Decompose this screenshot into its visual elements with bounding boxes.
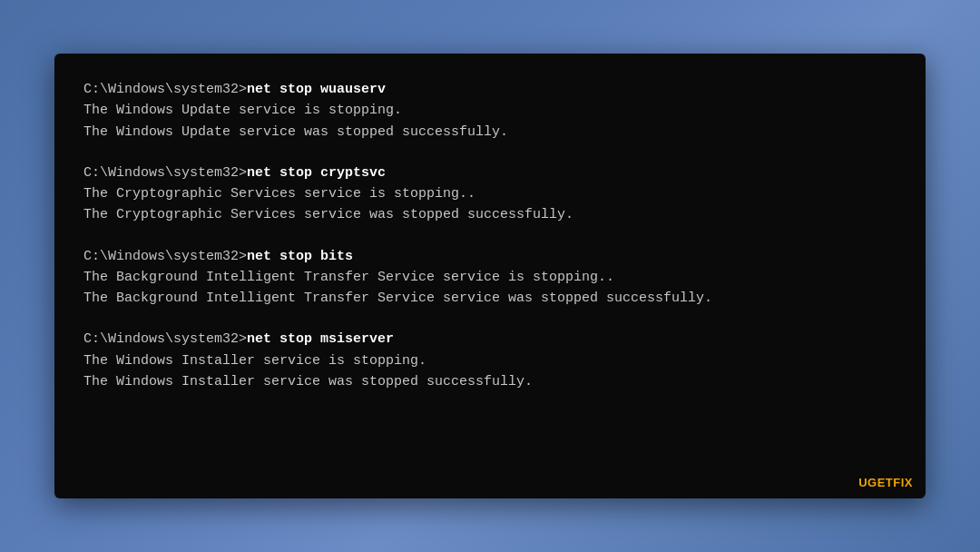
output-line-4-2: The Windows Installer service was stoppe… [83,371,897,392]
cmd-block-3: C:\Windows\system32>net stop bits The Ba… [83,246,897,310]
watermark-highlight: ET [877,476,894,489]
output-line-1-1: The Windows Update service is stopping. [83,100,897,121]
output-line-4-1: The Windows Installer service is stoppin… [83,350,897,371]
command-2: net stop cryptsvc [247,165,386,181]
prompt-2: C:\Windows\system32> [83,165,247,181]
output-line-3-1: The Background Intelligent Transfer Serv… [83,267,897,288]
output-line-2-1: The Cryptographic Services service is st… [83,183,897,204]
cmd-line-3: C:\Windows\system32>net stop bits [83,246,897,267]
output-line-1-2: The Windows Update service was stopped s… [83,122,897,143]
command-4: net stop msiserver [247,331,394,347]
output-line-2-2: The Cryptographic Services service was s… [83,204,897,225]
cmd-block-4: C:\Windows\system32>net stop msiserver T… [83,329,897,392]
cmd-line-4: C:\Windows\system32>net stop msiserver [83,329,897,350]
command-1: net stop wuauserv [247,82,386,97]
terminal-content: C:\Windows\system32>net stop wuauserv Th… [83,79,897,392]
prompt-3: C:\Windows\system32> [83,249,247,264]
command-3: net stop bits [247,249,353,264]
terminal-window: C:\Windows\system32>net stop wuauserv Th… [54,54,926,498]
watermark-prefix: UG [858,476,877,489]
output-line-3-2: The Background Intelligent Transfer Serv… [83,288,897,309]
prompt-4: C:\Windows\system32> [83,331,247,347]
cmd-block-2: C:\Windows\system32>net stop cryptsvc Th… [83,163,897,226]
prompt-1: C:\Windows\system32> [83,82,247,97]
watermark-suffix: FIX [893,476,913,489]
cmd-line-2: C:\Windows\system32>net stop cryptsvc [83,163,897,183]
cmd-block-1: C:\Windows\system32>net stop wuauserv Th… [83,79,897,143]
cmd-line-1: C:\Windows\system32>net stop wuauserv [83,79,897,100]
watermark: UGETFIX [858,476,913,489]
